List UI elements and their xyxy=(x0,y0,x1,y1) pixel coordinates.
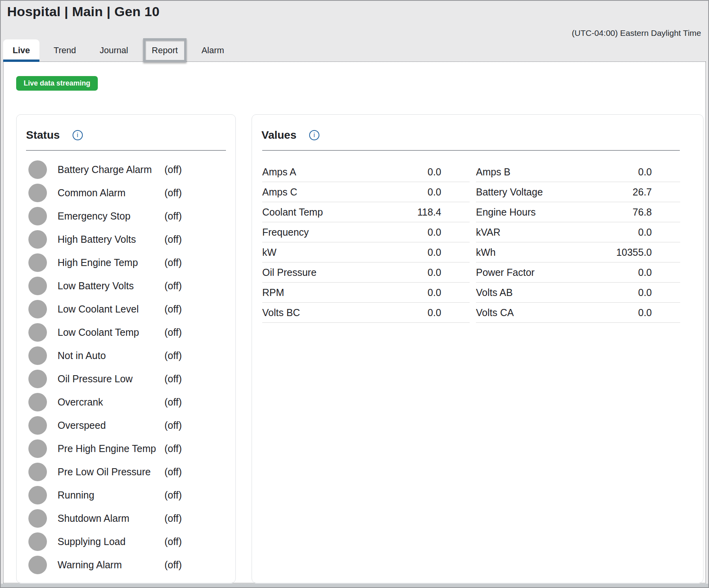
value-number: 0.0 xyxy=(427,227,470,238)
status-indicator-icon xyxy=(28,277,47,295)
app-window: Hospital | Main | Gen 10 (UTC-04:00) Eas… xyxy=(0,0,709,588)
status-indicator-icon xyxy=(28,393,47,411)
status-row: Supplying Load(off) xyxy=(17,530,235,553)
status-label: Common Alarm xyxy=(58,187,125,199)
status-row: Shutdown Alarm(off) xyxy=(17,507,235,530)
value-label: Volts BC xyxy=(262,307,300,318)
status-row: Not in Auto(off) xyxy=(17,344,235,367)
status-state: (off) xyxy=(164,210,182,222)
status-label: Supplying Load xyxy=(58,536,125,547)
value-number: 0.0 xyxy=(427,247,470,258)
value-label: Frequency xyxy=(262,227,309,238)
status-indicator-icon xyxy=(28,184,47,202)
value-row: kW0.0 xyxy=(262,242,470,262)
value-row: Volts BC0.0 xyxy=(262,303,470,323)
status-label: Battery Charge Alarm xyxy=(58,164,152,175)
value-label: RPM xyxy=(262,287,284,298)
status-row: Overspeed(off) xyxy=(17,414,235,437)
status-state: (off) xyxy=(164,466,182,478)
status-label: Shutdown Alarm xyxy=(58,513,129,524)
value-row: Amps A0.0 xyxy=(262,162,470,182)
status-label: Running xyxy=(58,489,94,501)
horizontal-scrollbar[interactable] xyxy=(1,584,708,587)
status-indicator-icon xyxy=(28,253,47,272)
value-number: 0.0 xyxy=(427,307,470,318)
value-number: 0.0 xyxy=(638,166,680,178)
tab-alarm[interactable]: Alarm xyxy=(192,39,233,61)
status-indicator-icon xyxy=(28,230,47,249)
status-row: Pre Low Oil Pressure(off) xyxy=(17,460,235,484)
value-label: Amps A xyxy=(262,166,296,178)
value-row: Amps B0.0 xyxy=(476,162,680,182)
tab-bar: LiveTrendJournalReportAlarm xyxy=(3,39,238,61)
status-state: (off) xyxy=(164,489,182,501)
status-label: Overspeed xyxy=(58,420,106,431)
status-indicator-icon xyxy=(28,416,47,435)
status-indicator-icon xyxy=(28,509,47,528)
info-icon[interactable]: i xyxy=(73,130,83,140)
status-row: Low Battery Volts(off) xyxy=(17,274,235,298)
value-row: Volts CA0.0 xyxy=(476,303,680,323)
value-label: Volts AB xyxy=(476,287,513,298)
tab-report[interactable]: Report xyxy=(146,45,184,56)
value-number: 0.0 xyxy=(427,267,470,278)
status-state: (off) xyxy=(164,513,182,524)
status-label: Low Coolant Temp xyxy=(58,327,139,338)
status-indicator-icon xyxy=(28,370,47,388)
live-tab-content: Live data streaming Status i Battery Cha… xyxy=(3,61,706,583)
value-row: kWh10355.0 xyxy=(476,242,680,262)
value-label: kWh xyxy=(476,247,496,258)
value-label: kW xyxy=(262,247,276,258)
status-row: Emergency Stop(off) xyxy=(17,205,235,228)
value-label: Engine Hours xyxy=(476,207,535,218)
status-state: (off) xyxy=(164,420,182,431)
value-label: Coolant Temp xyxy=(262,207,323,218)
status-indicator-icon xyxy=(28,160,47,179)
value-label: Amps C xyxy=(262,186,297,198)
status-label: High Engine Temp xyxy=(58,257,138,268)
status-indicator-icon xyxy=(28,463,47,481)
status-label: Emergency Stop xyxy=(58,210,131,222)
status-state: (off) xyxy=(164,234,182,245)
status-indicator-icon xyxy=(28,556,47,574)
info-icon[interactable]: i xyxy=(309,130,319,140)
value-number: 0.0 xyxy=(638,307,680,318)
report-tab-highlight-box: Report xyxy=(143,38,187,62)
value-number: 0.0 xyxy=(427,186,470,198)
status-state: (off) xyxy=(164,303,182,315)
value-label: Volts CA xyxy=(476,307,514,318)
status-indicator-icon xyxy=(28,323,47,342)
status-row: Low Coolant Level(off) xyxy=(17,298,235,321)
status-indicator-icon xyxy=(28,439,47,458)
status-row: Common Alarm(off) xyxy=(17,181,235,205)
status-state: (off) xyxy=(164,350,182,361)
status-label: Oil Pressure Low xyxy=(58,373,132,385)
value-label: kVAR xyxy=(476,227,500,238)
value-row: Oil Pressure0.0 xyxy=(262,262,470,283)
status-panel-title: Status xyxy=(26,129,60,141)
value-number: 0.0 xyxy=(427,166,470,178)
status-state: (off) xyxy=(164,280,182,292)
value-number: 0.0 xyxy=(427,287,470,298)
value-row: RPM0.0 xyxy=(262,283,470,303)
tab-live[interactable]: Live xyxy=(3,39,39,61)
status-state: (off) xyxy=(164,373,182,385)
value-number: 10355.0 xyxy=(616,247,680,258)
status-indicator-icon xyxy=(28,300,47,318)
status-state: (off) xyxy=(164,164,182,175)
values-header-divider xyxy=(262,150,680,151)
status-state: (off) xyxy=(164,187,182,199)
value-label: Amps B xyxy=(476,166,511,178)
value-number: 26.7 xyxy=(633,186,680,198)
tab-trend[interactable]: Trend xyxy=(44,39,86,61)
status-panel-header: Status i xyxy=(17,115,235,141)
value-row: Power Factor0.0 xyxy=(476,262,680,283)
status-row: Low Coolant Temp(off) xyxy=(17,321,235,344)
value-number: 0.0 xyxy=(638,287,680,298)
status-state: (off) xyxy=(164,536,182,547)
value-row: Battery Voltage26.7 xyxy=(476,182,680,202)
status-label: Not in Auto xyxy=(58,350,106,361)
tab-journal[interactable]: Journal xyxy=(90,39,138,61)
value-label: Battery Voltage xyxy=(476,186,543,198)
status-row: Overcrank(off) xyxy=(17,391,235,414)
